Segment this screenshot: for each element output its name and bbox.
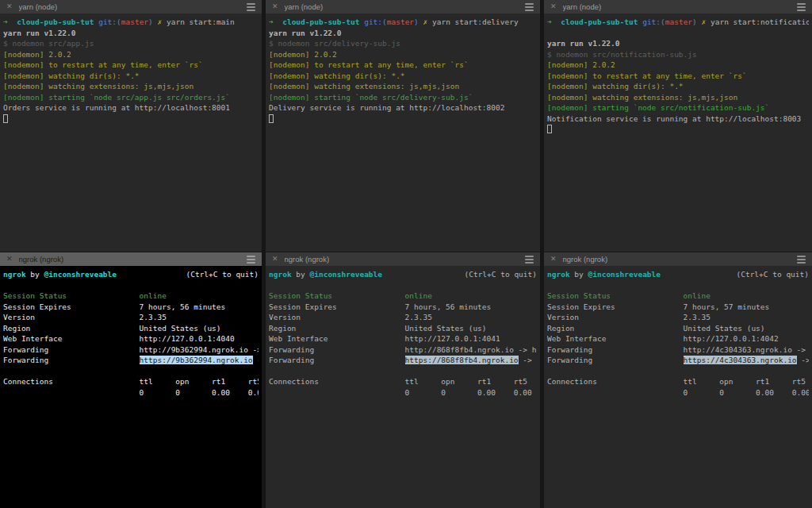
- terminal-output[interactable]: ngrok by @inconshreveable(Ctrl+C to quit…: [0, 266, 262, 508]
- terminal-text-segment: [296, 324, 404, 333]
- menu-icon[interactable]: [247, 256, 255, 264]
- pane-tab-bar: ✕ yarn (node): [544, 0, 812, 13]
- terminal-line: [nodemon] to restart at any time, enter …: [547, 71, 809, 82]
- terminal-text-segment: United States (us): [405, 324, 487, 333]
- terminal-line: [nodemon] starting `node src/delivery-su…: [269, 92, 537, 103]
- terminal-line: Session Status online: [269, 291, 537, 302]
- terminal-text-segment: Forwarding: [3, 356, 48, 364]
- terminal-text-segment: Session Expires: [269, 302, 337, 311]
- terminal-line: Connections ttl opn rt1 rt5: [269, 376, 537, 387]
- menu-icon[interactable]: [797, 3, 806, 11]
- terminal-line: Region United States (us): [3, 323, 259, 334]
- terminal-text-segment: [nodemon] to restart at any time, enter …: [269, 60, 469, 69]
- menu-icon[interactable]: [247, 3, 255, 11]
- terminal-line: Region United States (us): [547, 323, 809, 334]
- terminal-line: $ nodemon src/app.js: [3, 38, 259, 49]
- terminal-line: [nodemon] starting `node src/notificatio…: [547, 102, 809, 114]
- terminal-text-segment: Delivery service is running at http://lo…: [269, 103, 504, 112]
- terminal-text-segment: @inconshreveable: [588, 270, 661, 279]
- terminal-line: [nodemon] watching extensions: js,mjs,js…: [547, 92, 809, 103]
- close-icon[interactable]: ✕: [272, 256, 278, 263]
- terminal-text-segment: Version: [3, 313, 35, 321]
- terminal-line: [nodemon] watching extensions: js,mjs,js…: [269, 81, 537, 92]
- tab-title[interactable]: ngrok (ngrok): [19, 255, 247, 264]
- terminal-line: $ nodemon src/notification-sub.js: [547, 49, 809, 60]
- tab-title[interactable]: ngrok (ngrok): [285, 255, 525, 264]
- terminal-text-segment: Web Interface: [547, 334, 606, 343]
- terminal-text-segment: master: [387, 17, 414, 26]
- terminal-text-segment: [nodemon] 2.0.2: [547, 60, 615, 69]
- tab-title[interactable]: yarn (node): [563, 2, 797, 11]
- menu-icon[interactable]: [525, 3, 534, 11]
- tab-title[interactable]: yarn (node): [19, 2, 247, 11]
- terminal-text-segment: [53, 377, 140, 386]
- terminator-window: ✕ yarn (node) ➜ cloud-pub-sub-tut git:(m…: [0, 0, 812, 508]
- terminal-line: yarn run v1.22.0: [547, 38, 809, 49]
- terminal-line: [269, 280, 537, 291]
- terminal-text-segment: Web Interface: [269, 334, 327, 343]
- terminal-text-segment: Version: [269, 313, 301, 321]
- terminal-text-segment: Region: [269, 324, 296, 333]
- terminal-cursor: [3, 114, 8, 123]
- terminal-line: [nodemon] to restart at any time, enter …: [3, 60, 259, 71]
- terminal-text-segment: @inconshreveable: [310, 270, 383, 279]
- terminal-line: yarn run v1.22.0: [269, 28, 537, 39]
- terminal-text-segment: [574, 324, 683, 333]
- terminal-text-segment: [8, 17, 17, 26]
- terminal-text-segment: yarn run v1.22.0: [547, 39, 620, 48]
- terminal-line: Connections ttl opn rt1 rt5: [547, 376, 809, 387]
- terminal-text-segment: @inconshreveable: [44, 270, 117, 279]
- close-icon[interactable]: ✕: [550, 256, 557, 263]
- terminal-text-segment: [48, 345, 139, 354]
- terminal-text-segment: master: [665, 17, 692, 26]
- tab-title[interactable]: ngrok (ngrok): [563, 255, 797, 264]
- close-icon[interactable]: ✕: [6, 3, 13, 10]
- terminal-text-segment: [48, 356, 139, 364]
- terminal-text-segment: Forwarding: [269, 356, 314, 364]
- terminal-line: Session Expires 7 hours, 57 minutes: [547, 302, 809, 313]
- terminal-text-segment: yarn run v1.22.0: [3, 29, 76, 37]
- terminal-text-segment: Session Expires: [3, 302, 71, 311]
- terminal-line: [3, 366, 259, 377]
- menu-icon[interactable]: [525, 256, 534, 264]
- terminal-text-segment: -> h: [519, 356, 537, 364]
- close-icon[interactable]: ✕: [272, 3, 278, 10]
- terminal-text-segment: Connections: [3, 377, 53, 386]
- terminal-output[interactable]: ➜ cloud-pub-sub-tut git:(master) ✗ yarn …: [544, 13, 812, 252]
- terminal-text-segment: yarn run v1.22.0: [269, 29, 342, 37]
- terminal-text-segment: [nodemon] 2.0.2: [3, 50, 71, 59]
- menu-icon[interactable]: [797, 256, 806, 264]
- terminal-line: ➜ cloud-pub-sub-tut git:(master) ✗ yarn …: [3, 17, 259, 28]
- pane-tab-bar: ✕ ngrok (ngrok): [266, 252, 540, 266]
- terminal-line: ➜ cloud-pub-sub-tut git:(master) ✗ yarn …: [547, 17, 809, 28]
- terminal-text-segment: [nodemon] starting `node src/notificatio…: [547, 103, 769, 112]
- terminal-text-segment: -: [253, 356, 259, 364]
- terminal-text-segment: [597, 377, 684, 386]
- terminal-text-segment: United States (us): [684, 324, 765, 333]
- terminal-text-segment: http://127.0.0.1:4040: [140, 334, 235, 343]
- tab-title[interactable]: yarn (node): [285, 2, 525, 11]
- terminal-text-segment: Web Interface: [3, 334, 62, 343]
- terminal-text-segment: yarn start:delivery: [427, 17, 518, 26]
- terminal-line: Version 2.3.35: [547, 312, 809, 323]
- terminal-output[interactable]: ngrok by @inconshreveable(Ctrl+C to quit…: [266, 266, 540, 508]
- close-icon[interactable]: ✕: [550, 3, 557, 10]
- terminal-text-segment: [615, 302, 684, 311]
- terminal-text-segment: ttl opn rt1 rt5: [405, 377, 527, 386]
- terminal-text-segment: http://868f8fb4.ngrok.io -> ht: [405, 345, 537, 354]
- terminal-text-segment: cloud-pub-sub-tut: [17, 17, 94, 26]
- terminal-line: Web Interface http://127.0.0.1:4040: [3, 333, 259, 344]
- terminal-output[interactable]: ➜ cloud-pub-sub-tut git:(master) ✗ yarn …: [0, 13, 262, 252]
- terminal-output[interactable]: ngrok by @inconshreveable(Ctrl+C to quit…: [544, 266, 812, 508]
- terminal-text-segment: ngrok: [3, 270, 26, 279]
- pane-ngrok-orders: ✕ ngrok (ngrok) ngrok by @inconshreveabl…: [0, 252, 262, 508]
- terminal-line: Web Interface http://127.0.0.1:4042: [547, 333, 809, 344]
- terminal-text-segment: https://9b362994.ngrok.io: [140, 356, 253, 364]
- terminal-text-segment: online: [140, 291, 167, 300]
- pane-yarn-notification: ✕ yarn (node) ➜ cloud-pub-sub-tut git:(m…: [544, 0, 812, 252]
- terminal-text-segment: by: [570, 270, 588, 279]
- terminal-line: $ nodemon src/delivery-sub.js: [269, 38, 537, 49]
- terminal-output[interactable]: ➜ cloud-pub-sub-tut git:(master) ✗ yarn …: [266, 13, 540, 252]
- terminal-text-segment: [552, 17, 561, 26]
- close-icon[interactable]: ✕: [6, 256, 13, 263]
